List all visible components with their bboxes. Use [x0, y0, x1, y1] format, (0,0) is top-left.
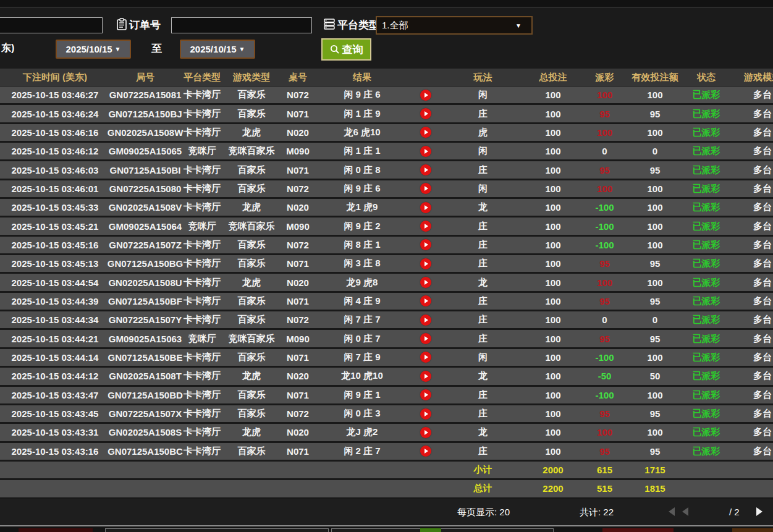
cell-result: 龙J 虎2	[316, 426, 408, 438]
play-icon[interactable]	[420, 277, 431, 288]
cell-mode: 多台	[728, 370, 773, 382]
cell-media	[408, 202, 444, 213]
table-header-cell: 结果	[316, 72, 408, 83]
cell-game: 竞咪百家乐	[224, 333, 279, 345]
cell-payout: 100	[584, 127, 625, 138]
cell-round: GN02025A1508U	[110, 277, 180, 288]
cell-play: 龙	[444, 370, 522, 382]
cell-bet: 100	[522, 408, 584, 419]
prev-page-icon[interactable]	[682, 507, 688, 516]
play-icon[interactable]	[420, 445, 431, 457]
play-icon[interactable]	[420, 371, 431, 382]
cell-result: 龙10 虎10	[316, 370, 408, 382]
cell-payout: 0	[584, 146, 625, 156]
play-icon[interactable]	[420, 427, 431, 438]
play-icon[interactable]	[420, 315, 431, 326]
play-icon[interactable]	[420, 164, 431, 175]
table-row: 2025-10-15 03:44:21GM09025A15063竞咪厅竞咪百家乐…	[0, 330, 773, 348]
cell-payout: 100	[584, 427, 625, 437]
cell-round: GN07125A150BF	[110, 296, 180, 306]
cell-result: 闲 9 庄 2	[316, 221, 408, 232]
table-row: 2025-10-15 03:43:45GN07225A1507X卡卡湾厅百家乐N…	[0, 405, 773, 424]
table-row: 2025-10-15 03:44:14GN07125A150BE卡卡湾厅百家乐N…	[0, 349, 773, 368]
cell-time: 2025-10-15 03:45:16	[0, 240, 110, 250]
cell-table_no: N020	[279, 127, 316, 138]
play-icon[interactable]	[420, 127, 431, 138]
play-icon[interactable]	[420, 333, 431, 344]
cell-status: 已派彩	[685, 389, 728, 401]
cell-platform: 竞咪厅	[180, 221, 224, 232]
left-search-input[interactable]	[0, 17, 103, 33]
subtotal-row: 小计 2000 615 1715	[0, 462, 773, 480]
query-button[interactable]: 查询	[321, 38, 371, 61]
play-icon[interactable]	[420, 408, 431, 420]
subtotal-bet: 2000	[522, 465, 584, 475]
play-icon[interactable]	[420, 183, 431, 194]
cell-time: 2025-10-15 03:46:12	[0, 146, 110, 156]
cell-time: 2025-10-15 03:45:13	[0, 258, 110, 269]
cell-payout: -100	[584, 221, 625, 232]
play-icon[interactable]	[420, 146, 431, 157]
cell-game: 百家乐	[224, 352, 279, 363]
cell-mode: 多台	[728, 277, 773, 289]
cell-table_no: N071	[279, 352, 316, 363]
cell-time: 2025-10-15 03:44:39	[0, 296, 110, 306]
magnifier-icon	[330, 44, 340, 54]
cell-round: GN07225A15081	[110, 90, 180, 100]
cell-payout: -100	[584, 240, 625, 250]
first-page-icon[interactable]	[669, 507, 675, 516]
cell-payout: 100	[584, 277, 625, 288]
play-icon[interactable]	[420, 239, 431, 250]
play-icon[interactable]	[420, 389, 431, 400]
cell-mode: 多台	[728, 258, 773, 269]
cell-media	[408, 408, 444, 420]
cell-bet: 100	[522, 146, 584, 156]
cell-play: 龙	[444, 277, 522, 289]
platform-type-select[interactable]: 1.全部 ▼	[376, 16, 533, 35]
cell-media	[408, 183, 444, 194]
play-icon[interactable]	[420, 202, 431, 213]
cell-media	[408, 221, 444, 232]
table-row: 2025-10-15 03:44:34GN07225A1507Y卡卡湾厅百家乐N…	[0, 311, 773, 330]
cell-time: 2025-10-15 03:43:31	[0, 427, 110, 437]
next-page-icon[interactable]	[756, 507, 762, 516]
table-row: 2025-10-15 03:43:31GN02025A1508S卡卡湾厅龙虎N0…	[0, 424, 773, 442]
cell-platform: 卡卡湾厅	[180, 164, 224, 176]
cell-result: 闲 0 庄 8	[316, 164, 408, 176]
cell-media	[408, 258, 444, 269]
cell-table_no: N071	[279, 258, 316, 269]
cell-game: 龙虎	[224, 127, 279, 138]
play-icon[interactable]	[420, 295, 431, 306]
date-to-select[interactable]: 2025/10/15 ▼	[180, 40, 255, 59]
play-icon[interactable]	[420, 221, 431, 232]
cell-bet: 100	[522, 109, 584, 119]
play-icon[interactable]	[420, 352, 431, 363]
cell-bet: 100	[522, 165, 584, 175]
platform-type-value: 1.全部	[377, 20, 515, 32]
cell-valid: 95	[625, 446, 685, 457]
filter-bar: 订单号 平台类型 1.全部 ▼ 东) 2025/10/15 ▼ 至 2025/1…	[0, 8, 773, 69]
cell-mode: 多台	[728, 201, 773, 213]
cell-platform: 卡卡湾厅	[180, 108, 224, 120]
query-button-label: 查询	[342, 43, 363, 57]
cell-media	[408, 371, 444, 382]
table-row: 2025-10-15 03:46:03GN07125A150BI卡卡湾厅百家乐N…	[0, 161, 773, 180]
subtotal-valid: 1715	[625, 465, 685, 475]
order-number-input[interactable]	[171, 17, 312, 33]
table-header-cell: 有效投注额	[625, 72, 685, 83]
window-top-strip	[0, 0, 773, 8]
cell-game: 龙虎	[224, 201, 279, 213]
cell-game: 百家乐	[224, 89, 279, 101]
cell-result: 闲 0 庄 7	[316, 333, 408, 345]
date-label-partial: 东)	[1, 42, 14, 55]
date-from-select[interactable]: 2025/10/15 ▼	[56, 40, 131, 59]
play-icon[interactable]	[420, 90, 431, 101]
table-header-cell: 游戏类型	[224, 72, 279, 83]
play-icon[interactable]	[420, 108, 431, 119]
cell-play: 闲	[444, 89, 522, 101]
cell-time: 2025-10-15 03:44:34	[0, 315, 110, 325]
play-icon[interactable]	[420, 258, 431, 269]
cell-mode: 多台	[728, 108, 773, 120]
cell-media	[408, 127, 444, 138]
cell-round: GN02025A1508T	[110, 371, 180, 381]
